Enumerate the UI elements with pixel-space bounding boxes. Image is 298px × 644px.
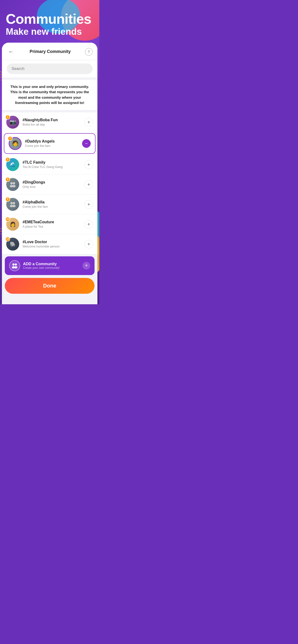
community-desc-tlc-family: Too lit Crew TLC Gang Gang bbox=[23, 165, 84, 169]
avatar-wrapper-tlc-family: 🌊 5 bbox=[6, 158, 19, 171]
add-button-ding-dongs[interactable]: + bbox=[84, 180, 93, 189]
add-plus-button[interactable]: + bbox=[83, 262, 90, 270]
add-community-title: ADD a Community bbox=[23, 262, 83, 266]
badge-naughty-boba: 2 bbox=[5, 115, 10, 120]
group-icon-ding-dongs bbox=[9, 181, 16, 188]
add-community-button[interactable]: ADD a Community Create your own communit… bbox=[5, 256, 95, 275]
community-info-love-doctor: #Love Doctor Welcome hummble person bbox=[23, 240, 84, 248]
avatar-wrapper-alpha-bella: 8 bbox=[6, 198, 19, 211]
back-arrow-icon: ← bbox=[9, 49, 14, 55]
community-name-alpha-bella: #AlphaBella bbox=[23, 200, 84, 204]
plus-icon-eme-tea: + bbox=[87, 222, 90, 227]
svg-point-20 bbox=[14, 266, 18, 268]
badge-tlc-family: 5 bbox=[5, 157, 10, 162]
community-name-love-doctor: #Love Doctor bbox=[23, 240, 84, 244]
badge-eme-tea: 16 bbox=[5, 217, 10, 222]
search-input[interactable] bbox=[12, 66, 88, 71]
community-item-alpha-bella[interactable]: 8 #AlphaBella Come join the fam + bbox=[2, 194, 97, 214]
background: Communities Make new friends ← Primary C… bbox=[0, 0, 99, 304]
done-button[interactable]: Done bbox=[5, 278, 95, 294]
add-button-tlc-family[interactable]: + bbox=[84, 160, 93, 169]
community-item-ding-dongs[interactable]: 8 #DingDongs Only love + bbox=[2, 175, 97, 194]
svg-point-13 bbox=[10, 202, 13, 204]
community-info-naughty-boba: #NaughtyBoba Fun Boba fun all day bbox=[23, 118, 84, 126]
card-title: Primary Community bbox=[30, 49, 71, 54]
main-card: ← Primary Community ? This is your one a… bbox=[2, 43, 97, 304]
search-input-wrapper[interactable] bbox=[7, 64, 93, 74]
group-icon-alpha-bella bbox=[9, 201, 16, 208]
card-header: ← Primary Community ? bbox=[2, 43, 97, 60]
community-name-ding-dongs: #DingDongs bbox=[23, 180, 84, 184]
community-name-naughty-boba: #NaughtyBoba Fun bbox=[23, 118, 84, 122]
svg-point-10 bbox=[13, 182, 15, 184]
add-community-icon bbox=[9, 260, 20, 271]
svg-point-12 bbox=[12, 185, 16, 187]
badge-daddys-angels: 3 bbox=[8, 136, 13, 141]
avatar-wrapper-love-doctor: 🐘 18 bbox=[6, 238, 19, 250]
header-subtitle: Make new friends bbox=[6, 27, 94, 37]
avatar-wrapper-daddys-angels: 🧑 3 bbox=[9, 137, 22, 150]
search-section bbox=[2, 60, 97, 78]
add-plus-icon: + bbox=[85, 263, 88, 268]
svg-point-16 bbox=[12, 205, 16, 207]
back-button[interactable]: ← bbox=[7, 48, 15, 56]
add-button-alpha-bella[interactable]: + bbox=[84, 200, 93, 209]
community-desc-ding-dongs: Only love bbox=[23, 185, 84, 188]
community-info-alpha-bella: #AlphaBella Come join the fam bbox=[23, 200, 84, 208]
badge-alpha-bella: 8 bbox=[5, 197, 10, 202]
community-desc-daddys-angels: Come join the fam bbox=[25, 144, 82, 148]
plus-icon-ding-dongs: + bbox=[87, 182, 90, 187]
avatar-wrapper-eme-tea: 👩 16 bbox=[6, 218, 19, 231]
remove-button-daddys-angels[interactable]: − bbox=[82, 139, 91, 148]
svg-point-17 bbox=[13, 263, 15, 266]
community-name-tlc-family: #TLC Family bbox=[23, 160, 84, 164]
avatar-wrapper-naughty-boba: 📷 2 bbox=[6, 116, 19, 129]
add-button-love-doctor[interactable]: + bbox=[84, 240, 93, 248]
community-desc-alpha-bella: Come join the fam bbox=[23, 205, 84, 208]
community-desc-eme-tea: A place for Tea bbox=[23, 225, 84, 228]
avatar-wrapper-ding-dongs: 8 bbox=[6, 178, 19, 191]
add-community-subtitle: Create your own community! bbox=[23, 266, 83, 270]
done-label: Done bbox=[43, 283, 56, 289]
community-info-ding-dongs: #DingDongs Only love bbox=[23, 180, 84, 188]
community-item-daddys-angels[interactable]: 🧑 3 #Daddys Angels Come join the fam − bbox=[4, 133, 95, 154]
community-info-eme-tea: #EMETeaCouture A place for Tea bbox=[23, 220, 84, 228]
community-item-naughty-boba[interactable]: 📷 2 #NaughtyBoba Fun Boba fun all day + bbox=[2, 112, 97, 132]
header-title: Communities bbox=[6, 12, 94, 26]
community-icon bbox=[11, 262, 18, 269]
community-item-love-doctor[interactable]: 🐘 18 #Love Doctor Welcome hummble person… bbox=[2, 234, 97, 254]
help-button[interactable]: ? bbox=[85, 48, 93, 56]
community-info-tlc-family: #TLC Family Too lit Crew TLC Gang Gang bbox=[23, 160, 84, 169]
add-community-text: ADD a Community Create your own communit… bbox=[23, 262, 83, 270]
badge-love-doctor: 18 bbox=[5, 237, 10, 242]
svg-point-14 bbox=[13, 202, 15, 204]
community-item-tlc-family[interactable]: 🌊 5 #TLC Family Too lit Crew TLC Gang Ga… bbox=[2, 155, 97, 175]
plus-icon-tlc-family: + bbox=[87, 162, 90, 167]
communities-list: 📷 2 #NaughtyBoba Fun Boba fun all day + … bbox=[2, 112, 97, 254]
header-section: Communities Make new friends bbox=[0, 0, 99, 43]
info-text: This is your one and only primary commun… bbox=[7, 84, 93, 106]
plus-icon-love-doctor: + bbox=[87, 242, 90, 246]
community-name-daddys-angels: #Daddys Angels bbox=[25, 139, 82, 144]
help-icon: ? bbox=[88, 50, 90, 54]
plus-icon-alpha-bella: + bbox=[87, 202, 90, 207]
badge-ding-dongs: 8 bbox=[5, 177, 10, 182]
community-name-eme-tea: #EMETeaCouture bbox=[23, 220, 84, 224]
community-item-eme-tea[interactable]: 👩 16 #EMETeaCouture A place for Tea + bbox=[2, 214, 97, 234]
community-info-daddys-angels: #Daddys Angels Come join the fam bbox=[25, 139, 82, 148]
info-section: This is your one and only primary commun… bbox=[2, 80, 97, 110]
add-button-eme-tea[interactable]: + bbox=[84, 220, 93, 228]
add-button-naughty-boba[interactable]: + bbox=[84, 118, 93, 126]
community-desc-love-doctor: Welcome hummble person bbox=[23, 244, 84, 248]
svg-point-18 bbox=[15, 263, 17, 266]
minus-icon-daddys-angels: − bbox=[85, 141, 88, 146]
plus-icon-naughty-boba: + bbox=[87, 120, 90, 124]
svg-point-9 bbox=[10, 182, 13, 184]
community-desc-naughty-boba: Boba fun all day bbox=[23, 123, 84, 126]
